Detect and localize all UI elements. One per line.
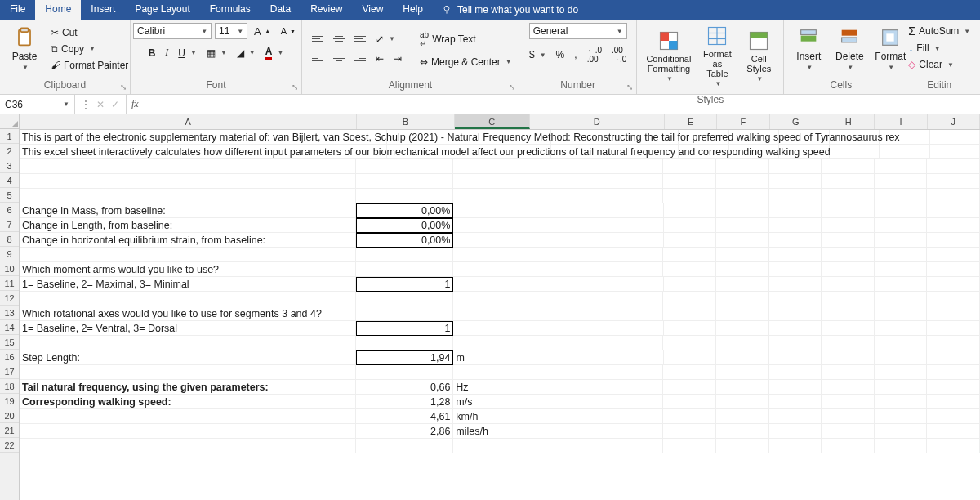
row-header-10[interactable]: 10	[0, 261, 19, 276]
row-header-2[interactable]: 2	[0, 144, 19, 158]
cell-A1[interactable]: This is part of the electronic supplemen…	[20, 130, 387, 145]
cell-B19[interactable]: 1,28	[356, 395, 453, 409]
delete-cells-button[interactable]: Delete▼	[831, 25, 867, 73]
cell-C3[interactable]	[453, 159, 528, 174]
cut-button[interactable]: ✂Cut	[47, 25, 131, 40]
cell-C15[interactable]	[453, 336, 528, 350]
cell-C16[interactable]: m	[453, 350, 528, 365]
cell-E15[interactable]	[663, 336, 716, 350]
cell-J20[interactable]	[927, 409, 980, 424]
row-header-12[interactable]: 12	[0, 291, 19, 306]
align-right-button[interactable]	[351, 51, 369, 66]
cell-A16[interactable]: Step Length:	[20, 350, 356, 365]
cell-G5[interactable]	[769, 189, 822, 203]
cell-I13[interactable]	[875, 306, 928, 321]
cancel-formula-button[interactable]: ✕	[95, 99, 106, 110]
cell-I21[interactable]	[875, 424, 928, 439]
cell-F20[interactable]	[716, 409, 769, 424]
cell-B22[interactable]	[356, 439, 453, 453]
cell-I9[interactable]	[875, 248, 928, 262]
cell-D21[interactable]	[528, 424, 663, 439]
cell-D8[interactable]	[528, 233, 663, 248]
underline-button[interactable]: U▼	[175, 46, 200, 60]
cell-F3[interactable]	[716, 159, 769, 174]
cell-G11[interactable]	[769, 277, 822, 292]
cell-I15[interactable]	[875, 336, 928, 350]
cell-G15[interactable]	[769, 336, 822, 350]
cell-H17[interactable]	[822, 365, 875, 380]
cell-A21[interactable]	[20, 424, 356, 439]
cell-D12[interactable]	[528, 292, 663, 306]
cell-J3[interactable]	[927, 159, 980, 174]
cell-E21[interactable]	[663, 424, 716, 439]
fill-button[interactable]: ↓Fill▼	[905, 41, 943, 56]
percent-button[interactable]: %	[553, 47, 568, 62]
cell-E17[interactable]	[663, 365, 716, 380]
cell-C17[interactable]	[453, 365, 528, 380]
cell-H21[interactable]	[822, 424, 875, 439]
cell-J19[interactable]	[927, 395, 980, 409]
cell-C10[interactable]	[453, 262, 528, 277]
row-header-11[interactable]: 11	[0, 276, 19, 291]
row-header-9[interactable]: 9	[0, 247, 19, 261]
cell-I10[interactable]	[875, 262, 928, 277]
col-header-I[interactable]: I	[875, 114, 927, 129]
cell-H3[interactable]	[822, 159, 875, 174]
cell-D15[interactable]	[528, 336, 663, 350]
cell-G19[interactable]	[769, 395, 822, 409]
tab-view[interactable]: View	[353, 0, 394, 20]
cell-I4[interactable]	[875, 174, 928, 189]
cell-E7[interactable]	[664, 218, 717, 233]
cell-H16[interactable]	[822, 350, 875, 365]
cell-I8[interactable]	[875, 233, 928, 248]
format-as-table-button[interactable]: Format as Table▼	[699, 23, 737, 89]
cell-C7[interactable]	[453, 218, 528, 233]
cell-J13[interactable]	[927, 306, 980, 321]
cell-G12[interactable]	[769, 292, 822, 306]
cell-B16[interactable]: 1,94	[356, 350, 454, 365]
cell-J22[interactable]	[927, 439, 980, 453]
cell-B7[interactable]: 0,00%	[356, 218, 454, 233]
cell-B4[interactable]	[356, 174, 453, 189]
cell-E9[interactable]	[663, 248, 716, 262]
cell-E20[interactable]	[663, 409, 716, 424]
row-header-5[interactable]: 5	[0, 188, 19, 203]
cell-J7[interactable]	[927, 218, 980, 233]
cell-B17[interactable]	[356, 365, 453, 380]
col-header-A[interactable]: A	[20, 114, 357, 129]
cell-A20[interactable]	[20, 409, 356, 424]
cell-J1[interactable]	[930, 130, 980, 145]
decrease-decimal-button[interactable]: .00→.0	[608, 44, 630, 65]
cell-I20[interactable]	[875, 409, 928, 424]
cell-E6[interactable]	[664, 203, 717, 218]
cell-G22[interactable]	[769, 439, 822, 453]
align-middle-button[interactable]	[330, 32, 348, 47]
cell-F19[interactable]	[716, 395, 769, 409]
cell-A17[interactable]	[20, 365, 356, 380]
accounting-format-button[interactable]: $▼	[526, 47, 550, 62]
cell-H6[interactable]	[822, 203, 875, 218]
row-header-1[interactable]: 1	[0, 129, 19, 144]
borders-button[interactable]: ▦▼	[203, 46, 230, 60]
row-header-22[interactable]: 22	[0, 438, 19, 453]
more-button[interactable]: ⋮	[80, 99, 91, 110]
tab-formulas[interactable]: Formulas	[200, 0, 261, 20]
decrease-indent-button[interactable]: ⇤	[372, 51, 387, 66]
cell-E11[interactable]	[664, 277, 717, 292]
cell-A19[interactable]: Corresponding walking speed:	[20, 395, 356, 409]
cell-I2[interactable]	[880, 145, 929, 159]
tab-help[interactable]: Help	[393, 0, 433, 20]
cell-B12[interactable]	[356, 292, 453, 306]
cell-B11[interactable]: 1	[356, 277, 454, 292]
cell-G21[interactable]	[769, 424, 822, 439]
cell-H20[interactable]	[822, 409, 875, 424]
cell-E3[interactable]	[663, 159, 716, 174]
cell-F6[interactable]	[716, 203, 769, 218]
clear-button[interactable]: ◇Clear▼	[905, 57, 957, 72]
cell-A10[interactable]: Which moment arms would you like to use?	[20, 262, 356, 277]
row-header-4[interactable]: 4	[0, 173, 19, 188]
cell-H11[interactable]	[822, 277, 875, 292]
bold-button[interactable]: B	[145, 46, 159, 60]
cell-C21[interactable]: miles/h	[453, 424, 528, 439]
cell-I6[interactable]	[875, 203, 928, 218]
